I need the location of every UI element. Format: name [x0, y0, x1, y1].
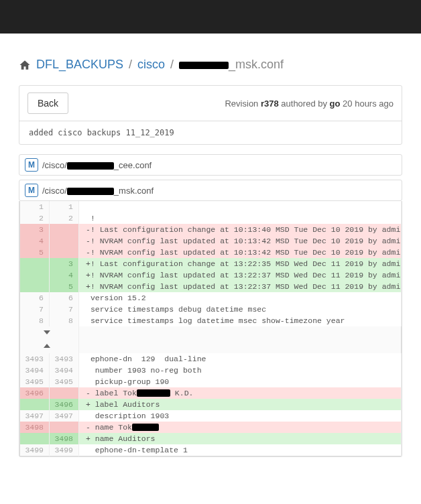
old-line-number: 8: [20, 315, 50, 326]
new-line-number: 4: [50, 269, 79, 281]
diff-code: +! NVRAM config last updated at 13:22:37…: [79, 281, 402, 292]
modified-badge: M: [25, 184, 38, 197]
new-line-number: [50, 387, 79, 399]
new-line-number: 5: [50, 281, 79, 292]
diff-code: +! Last configuration change at 13:22:35…: [79, 258, 402, 269]
diff-code: -! NVRAM config last updated at 10:13:42…: [79, 247, 402, 258]
revision-info: Revision r378 authored by go 20 hours ag…: [225, 99, 394, 109]
diff-line: 3+! Last configuration change at 13:22:3…: [20, 258, 402, 269]
expand-context[interactable]: [20, 340, 402, 353]
diff-view: 11 22 !3-! Last configuration change at …: [19, 201, 402, 457]
old-line-number: 3: [20, 224, 50, 235]
revision-author: go: [330, 99, 341, 109]
diff-line: 11: [20, 201, 402, 212]
diff-line: 3498- name Tok: [20, 422, 402, 433]
old-line-number: 3493: [20, 353, 50, 365]
breadcrumb-sep: /: [129, 58, 132, 72]
file-path: /cisco/_msk.conf: [42, 186, 154, 196]
file-header[interactable]: M/cisco/_msk.conf: [19, 180, 402, 201]
old-line-number: 5: [20, 247, 50, 258]
diff-code: ephone-dn-template 1: [79, 444, 402, 456]
diff-code: -! NVRAM config last updated at 10:13:42…: [79, 235, 402, 247]
diff-code: number 1903 no-reg both: [79, 365, 402, 376]
diff-code: service timestamps debug datetime msec: [79, 304, 402, 315]
new-line-number: 3496: [50, 399, 79, 410]
diff-table: 11 22 !3-! Last configuration change at …: [19, 201, 402, 456]
revision-id: r378: [261, 99, 279, 109]
diff-line: 4+! NVRAM config last updated at 13:22:3…: [20, 269, 402, 281]
back-button[interactable]: Back: [27, 92, 68, 114]
old-line-number: 2: [20, 212, 50, 224]
redacted-text: [179, 62, 229, 69]
diff-code: +! NVRAM config last updated at 13:22:37…: [79, 269, 402, 281]
diff-line: 34993499 ephone-dn-template 1: [20, 444, 402, 456]
breadcrumb-mid[interactable]: cisco: [137, 58, 165, 72]
new-line-number: 3: [50, 258, 79, 269]
redacted-text: [67, 188, 114, 195]
new-line-number: 3498: [50, 433, 79, 444]
diff-code: + label Auditors: [79, 399, 402, 410]
redacted-text: [67, 162, 114, 170]
breadcrumb-root[interactable]: DFL_BACKUPS: [36, 58, 123, 72]
old-line-number: 6: [20, 292, 50, 304]
old-line-number: 3496: [20, 387, 50, 399]
commit-message: added cisco backups 11_12_2019: [19, 121, 402, 144]
diff-line: 3498+ name Auditors: [20, 433, 402, 444]
new-line-number: 1: [50, 201, 79, 212]
diff-line: 5-! NVRAM config last updated at 10:13:4…: [20, 247, 402, 258]
diff-code: [79, 201, 402, 212]
diff-line: 3496- label Tok K.D.: [20, 387, 402, 399]
old-line-number: 3494: [20, 365, 50, 376]
new-line-number: 3494: [50, 365, 79, 376]
redacted-text: [132, 424, 159, 431]
new-line-number: 7: [50, 304, 79, 315]
breadcrumb: DFL_BACKUPS / cisco / _msk.conf: [19, 58, 402, 72]
diff-code: !: [79, 212, 402, 224]
new-line-number: 3497: [50, 410, 79, 422]
diff-code: pickup-group 190: [79, 376, 402, 387]
diff-code: - name Tok: [79, 422, 402, 433]
new-line-number: 3493: [50, 353, 79, 365]
file-path: /cisco/_cee.conf: [42, 160, 152, 170]
new-line-number: [50, 247, 79, 258]
diff-line: 3496+ label Auditors: [20, 399, 402, 410]
diff-code: service timestamps log datetime msec sho…: [79, 315, 402, 326]
diff-code: version 15.2: [79, 292, 402, 304]
new-line-number: [50, 235, 79, 247]
diff-line: 77 service timestamps debug datetime mse…: [20, 304, 402, 315]
diff-line: 4-! NVRAM config last updated at 10:13:4…: [20, 235, 402, 247]
home-icon[interactable]: [19, 59, 31, 71]
old-line-number: 1: [20, 201, 50, 212]
modified-badge: M: [25, 158, 38, 172]
breadcrumb-sep: /: [170, 58, 174, 72]
top-navbar: [0, 0, 421, 34]
chevron-down-icon: [44, 330, 50, 334]
old-line-number: 4: [20, 235, 50, 247]
old-line-number: [20, 269, 50, 281]
expand-context[interactable]: [20, 326, 402, 340]
old-line-number: [20, 281, 50, 292]
diff-code: -! Last configuration change at 10:13:40…: [79, 224, 402, 235]
old-line-number: 3499: [20, 444, 50, 456]
new-line-number: [50, 422, 79, 433]
file-header[interactable]: M/cisco/_cee.conf: [19, 154, 402, 176]
old-line-number: [20, 258, 50, 269]
revision-panel-header: Back Revision r378 authored by go 20 hou…: [19, 86, 402, 121]
diff-code: + name Auditors: [79, 433, 402, 444]
old-line-number: [20, 433, 50, 444]
diff-line: 66 version 15.2: [20, 292, 402, 304]
diff-line: 34933493 ephone-dn 129 dual-line: [20, 353, 402, 365]
chevron-up-icon: [44, 344, 50, 348]
diff-line: 5+! NVRAM config last updated at 13:22:3…: [20, 281, 402, 292]
revision-panel: Back Revision r378 authored by go 20 hou…: [19, 85, 402, 145]
diff-line: 34943494 number 1903 no-reg both: [20, 365, 402, 376]
breadcrumb-file: _msk.conf: [179, 58, 284, 72]
diff-line: 88 service timestamps log datetime msec …: [20, 315, 402, 326]
old-line-number: 3495: [20, 376, 50, 387]
old-line-number: [20, 399, 50, 410]
old-line-number: 3498: [20, 422, 50, 433]
old-line-number: 3497: [20, 410, 50, 422]
new-line-number: 6: [50, 292, 79, 304]
old-line-number: 7: [20, 304, 50, 315]
new-line-number: 3495: [50, 376, 79, 387]
